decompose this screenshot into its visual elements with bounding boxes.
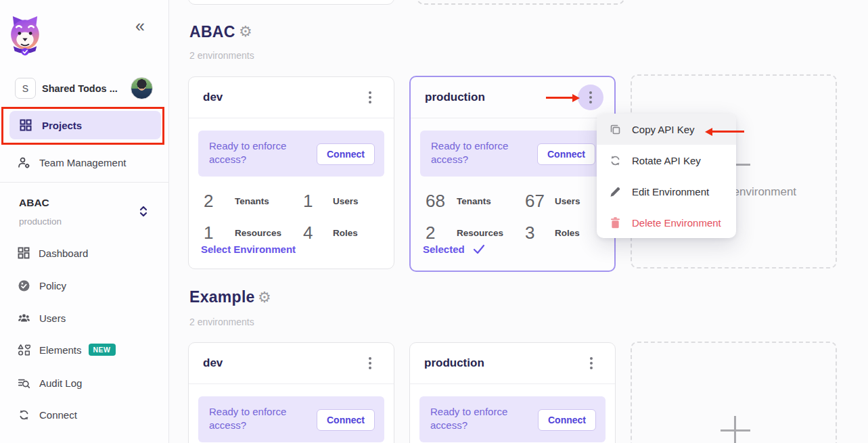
permit-dog-logo (5, 14, 45, 57)
stat-value: 3 (525, 223, 555, 243)
selected-project-name: ABAC (19, 197, 49, 209)
team-management-icon (18, 156, 30, 169)
selected-environment-indicator: Selected (423, 243, 485, 255)
environment-card-production: production Ready to enforce access? Conn… (409, 342, 616, 443)
sidebar-item-label: Policy (39, 280, 66, 292)
sidebar-item-users[interactable]: Users (0, 306, 169, 330)
sidebar-item-label: Projects (42, 120, 82, 131)
menu-item-label: Copy API Key (632, 124, 695, 135)
connect-button[interactable]: Connect (317, 143, 375, 165)
connect-sync-icon (18, 409, 30, 421)
dashboard-icon (18, 247, 30, 259)
collapse-sidebar-icon[interactable]: « (135, 16, 143, 36)
stat-value: 2 (204, 191, 235, 212)
banner-text: Ready to enforce access? (209, 139, 317, 167)
stat-label: Tenants (235, 196, 303, 206)
enforce-banner: Ready to enforce access? Connect (420, 131, 605, 177)
plus-icon (721, 416, 750, 443)
menu-item-copy-api-key[interactable]: Copy API Key (597, 114, 736, 145)
sidebar-item-audit-log[interactable]: Audit Log (0, 371, 169, 395)
rotate-icon (609, 154, 622, 167)
stat-label: Resources (235, 228, 303, 238)
kebab-menu-icon[interactable] (357, 85, 383, 110)
stat-value: 1 (303, 191, 333, 212)
elements-shapes-icon (18, 344, 30, 356)
environment-card-production: production Ready to enforce access? Conn… (409, 76, 616, 272)
banner-text: Ready to enforce access? (431, 139, 539, 167)
sidebar-item-connect[interactable]: Connect (0, 402, 169, 427)
policy-icon (18, 279, 30, 292)
sidebar-item-dashboard[interactable]: Dashboard (0, 241, 169, 265)
connect-button[interactable]: Connect (538, 409, 596, 431)
workspace-name[interactable]: Shared Todos ... (42, 83, 118, 94)
workspace-initial-badge[interactable]: S (15, 78, 36, 99)
footer-link-label: Selected (423, 243, 465, 255)
sidebar-item-projects[interactable]: Projects (9, 111, 161, 139)
stat-label: Tenants (457, 196, 525, 206)
environment-name: production (424, 356, 484, 370)
enforce-banner: Ready to enforce access? Connect (198, 131, 384, 177)
menu-item-delete-environment[interactable]: Delete Environment (597, 207, 736, 238)
card-header: dev (189, 77, 394, 118)
project-settings-gear-icon[interactable]: ⚙ (258, 290, 271, 305)
environment-name: production (425, 91, 485, 104)
project-switcher-chevrons-icon[interactable] (139, 205, 148, 218)
menu-item-label: Delete Environment (632, 217, 721, 229)
sidebar-divider (0, 182, 169, 183)
connect-button[interactable]: Connect (537, 143, 595, 165)
stat-value: 68 (426, 191, 457, 212)
menu-item-label: Edit Environment (632, 186, 709, 197)
sidebar-item-label: Connect (39, 409, 77, 421)
trash-icon (609, 216, 622, 229)
new-badge: NEW (89, 344, 116, 356)
section-title: Example (189, 288, 255, 306)
stat-label: Resources (457, 228, 525, 238)
stat-value: 1 (204, 223, 235, 243)
connect-button[interactable]: Connect (317, 409, 375, 431)
environment-stats: 68 Tenants 67 Users 2 Resources 3 Roles (426, 191, 606, 243)
environment-context-menu: Copy API Key Rotate API Key Edit Environ… (597, 114, 736, 238)
sidebar: « S Shared Todos ... Projects (0, 0, 169, 443)
menu-item-label: Rotate API Key (632, 155, 701, 166)
sidebar-item-label: Users (39, 312, 66, 324)
kebab-menu-icon[interactable] (578, 350, 604, 376)
app: « S Shared Todos ... Projects (0, 0, 868, 443)
card-header: dev (189, 343, 394, 384)
footer-link-label: Select Environment (201, 243, 296, 255)
projects-grid-icon (20, 119, 32, 131)
previous-card-edge (188, 0, 394, 5)
sidebar-item-label: Team Management (39, 157, 126, 168)
sidebar-item-policy[interactable]: Policy (0, 273, 169, 298)
sidebar-item-label: Dashboard (39, 248, 88, 259)
environment-card-dev: dev Ready to enforce access? Connect (188, 342, 394, 443)
kebab-menu-icon-active[interactable] (578, 85, 603, 110)
menu-item-edit-environment[interactable]: Edit Environment (597, 176, 736, 207)
stat-value: 67 (525, 191, 555, 212)
project-settings-gear-icon[interactable]: ⚙ (239, 24, 252, 39)
environment-name: dev (203, 91, 223, 104)
audit-log-icon (18, 377, 30, 390)
kebab-menu-icon[interactable] (357, 350, 383, 376)
stat-value: 2 (426, 223, 457, 243)
sidebar-item-team-management[interactable]: Team Management (0, 150, 169, 174)
environment-card-dev: dev Ready to enforce access? Connect 2 T… (188, 76, 394, 269)
card-header: production (411, 77, 614, 118)
enforce-banner: Ready to enforce access? Connect (198, 396, 384, 442)
user-avatar[interactable] (131, 77, 153, 99)
section-subtitle: 2 environments (189, 317, 254, 327)
sidebar-item-elements[interactable]: Elements NEW (0, 337, 169, 362)
copy-icon (609, 123, 622, 136)
stat-label: Roles (333, 228, 386, 238)
sidebar-item-label: Elements (39, 344, 82, 356)
selected-environment-name: production (19, 216, 62, 227)
select-environment-link[interactable]: Select Environment (201, 243, 296, 255)
section-subtitle: 2 environments (189, 50, 254, 61)
create-environment-card[interactable] (631, 342, 837, 443)
previous-dashed-card-edge (417, 0, 624, 5)
enforce-banner: Ready to enforce access? Connect (419, 396, 606, 442)
users-icon (18, 312, 30, 325)
environment-name: dev (203, 356, 223, 370)
banner-text: Ready to enforce access? (209, 405, 317, 433)
menu-item-rotate-api-key[interactable]: Rotate API Key (597, 145, 736, 176)
sidebar-item-label: Audit Log (39, 377, 82, 389)
